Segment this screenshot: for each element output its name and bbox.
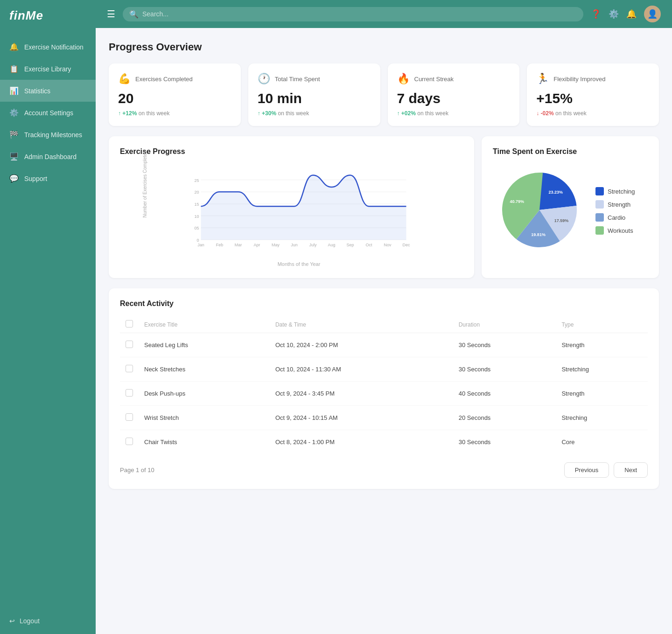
sidebar-nav: 🔔 Exercise Notification📋 Exercise Librar… bbox=[0, 31, 96, 608]
stat-change-text-total-time-spent: on this week bbox=[278, 110, 309, 117]
stat-change-total-time-spent: ↑ +30% on this week bbox=[258, 110, 371, 117]
row-checkbox-2[interactable] bbox=[126, 389, 133, 397]
row-checkbox-4[interactable] bbox=[126, 438, 133, 445]
row-checkbox-3[interactable] bbox=[126, 413, 133, 421]
table-row: Chair Twists Oct 8, 2024 - 1:00 PM 30 Se… bbox=[120, 430, 648, 454]
pie-wrap: 23.23%17.59%19.81%40.79% bbox=[493, 163, 586, 258]
row-datetime-4: Oct 8, 2024 - 1:00 PM bbox=[270, 430, 453, 454]
nav-icon-support: 💬 bbox=[9, 174, 19, 183]
svg-text:17.59%: 17.59% bbox=[554, 218, 569, 223]
sidebar-item-admin-dashboard[interactable]: 🖥️ Admin Dashboard bbox=[0, 146, 96, 167]
stat-icon-current-streak: 🔥 bbox=[397, 73, 410, 85]
sidebar-item-statistics[interactable]: 📊 Statistics bbox=[0, 80, 96, 102]
line-chart-title: Exercise Progress bbox=[120, 147, 463, 156]
search-bar[interactable]: 🔍 bbox=[123, 7, 583, 21]
row-datetime-0: Oct 10, 2024 - 2:00 PM bbox=[270, 333, 453, 357]
logout-button[interactable]: ↩ Logout bbox=[9, 617, 86, 625]
stat-value-flexibility-improved: +15% bbox=[536, 91, 650, 106]
svg-text:Mar: Mar bbox=[235, 243, 242, 247]
nav-icon-admin-dashboard: 🖥️ bbox=[9, 152, 19, 161]
svg-text:23.23%: 23.23% bbox=[548, 190, 563, 195]
row-datetime-1: Oct 10, 2024 - 11:30 AM bbox=[270, 357, 453, 382]
row-type-4: Core bbox=[556, 430, 648, 454]
stat-change-pct-total-time-spent: ↑ +30% bbox=[258, 110, 276, 117]
search-input[interactable] bbox=[142, 10, 236, 18]
pie-section: 23.23%17.59%19.81%40.79% Stretching Stre… bbox=[493, 163, 648, 258]
legend-label: Cardio bbox=[608, 214, 625, 221]
table-footer: Page 1 of 10 Previous Next bbox=[120, 462, 648, 478]
stat-change-text-exercises-completed: on this week bbox=[139, 110, 170, 117]
legend-label: Stretching bbox=[608, 188, 635, 195]
nav-label-support: Support bbox=[24, 175, 47, 182]
row-type-3: Streching bbox=[556, 406, 648, 430]
stat-label-flexibility-improved: Flexibility Improved bbox=[553, 76, 605, 83]
next-button[interactable]: Next bbox=[614, 462, 648, 478]
menu-icon[interactable]: ☰ bbox=[107, 8, 115, 20]
page-info: Page 1 of 10 bbox=[120, 467, 154, 474]
select-all-checkbox[interactable] bbox=[126, 320, 133, 327]
stat-cards: 💪 Exercises Completed 20 ↑ +12% on this … bbox=[109, 63, 659, 126]
legend-label: Strength bbox=[608, 201, 630, 208]
svg-text:10: 10 bbox=[194, 214, 199, 219]
row-title-4: Chair Twists bbox=[139, 430, 270, 454]
col-datetime: Date & Time bbox=[270, 316, 453, 333]
sidebar-item-support[interactable]: 💬 Support bbox=[0, 167, 96, 189]
sidebar-item-tracking-milestones[interactable]: 🏁 Tracking Milestones bbox=[0, 124, 96, 146]
legend-color bbox=[595, 200, 604, 209]
row-checkbox-1[interactable] bbox=[126, 365, 133, 372]
line-chart-card: Exercise Progress Number of Exercises Co… bbox=[109, 136, 474, 278]
stat-label-total-time-spent: Total Time Spent bbox=[275, 76, 320, 83]
previous-button[interactable]: Previous bbox=[564, 462, 609, 478]
row-title-2: Desk Push-ups bbox=[139, 382, 270, 406]
settings-icon[interactable]: ⚙️ bbox=[609, 9, 619, 19]
stat-label-current-streak: Current Streak bbox=[414, 76, 454, 83]
nav-label-statistics: Statistics bbox=[24, 87, 50, 95]
row-duration-3: 20 Seconds bbox=[453, 406, 556, 430]
content-area: Progress Overview 💪 Exercises Completed … bbox=[96, 28, 672, 634]
pie-chart-svg: 23.23%17.59%19.81%40.79% bbox=[493, 163, 586, 257]
sidebar-item-exercise-notification[interactable]: 🔔 Exercise Notification bbox=[0, 36, 96, 58]
row-datetime-3: Oct 9, 2024 - 10:15 AM bbox=[270, 406, 453, 430]
stat-icon-flexibility-improved: 🏃 bbox=[536, 73, 549, 85]
logo: finMe bbox=[0, 0, 96, 31]
avatar[interactable]: 👤 bbox=[644, 6, 661, 22]
row-title-3: Wrist Stretch bbox=[139, 406, 270, 430]
sidebar-item-exercise-library[interactable]: 📋 Exercise Library bbox=[0, 58, 96, 80]
legend-color bbox=[595, 187, 604, 195]
legend-color bbox=[595, 213, 604, 222]
nav-icon-tracking-milestones: 🏁 bbox=[9, 130, 19, 139]
pie-chart-title: Time Spent on Exercise bbox=[493, 147, 648, 156]
col-type: Type bbox=[556, 316, 648, 333]
stat-change-pct-exercises-completed: ↑ +12% bbox=[118, 110, 137, 117]
help-icon[interactable]: ❓ bbox=[591, 9, 601, 19]
row-datetime-2: Oct 9, 2024 - 3:45 PM bbox=[270, 382, 453, 406]
pie-legend-item-stretching: Stretching bbox=[595, 187, 635, 195]
stat-card-total-time-spent: 🕐 Total Time Spent 10 min ↑ +30% on this… bbox=[248, 63, 380, 126]
row-duration-4: 30 Seconds bbox=[453, 430, 556, 454]
nav-icon-exercise-notification: 🔔 bbox=[9, 42, 19, 51]
svg-text:July: July bbox=[309, 243, 317, 247]
nav-label-admin-dashboard: Admin Dashboard bbox=[24, 153, 77, 160]
notifications-icon[interactable]: 🔔 bbox=[626, 9, 637, 19]
charts-row: Exercise Progress Number of Exercises Co… bbox=[109, 136, 659, 278]
header: ☰ 🔍 ❓ ⚙️ 🔔 👤 bbox=[96, 0, 672, 28]
activity-title: Recent Activity bbox=[120, 300, 648, 308]
pie-chart-card: Time Spent on Exercise 23.23%17.59%19.81… bbox=[482, 136, 659, 278]
pagination-buttons: Previous Next bbox=[564, 462, 648, 478]
row-checkbox-0[interactable] bbox=[126, 341, 133, 348]
recent-activity-card: Recent Activity Exercise Title Date & Ti… bbox=[109, 288, 659, 489]
stat-change-pct-current-streak: ↑ +02% bbox=[397, 110, 416, 117]
activity-table: Exercise Title Date & Time Duration Type… bbox=[120, 316, 648, 454]
legend-label: Workouts bbox=[608, 227, 633, 234]
nav-label-exercise-library: Exercise Library bbox=[24, 65, 71, 73]
search-icon: 🔍 bbox=[129, 10, 139, 19]
sidebar-item-account-settings[interactable]: ⚙️ Account Settings bbox=[0, 102, 96, 124]
svg-text:May: May bbox=[272, 243, 280, 247]
nav-label-tracking-milestones: Tracking Milestones bbox=[24, 131, 82, 139]
stat-card-flexibility-improved: 🏃 Flexibility Improved +15% ↓ -02% on th… bbox=[527, 63, 659, 126]
legend-color bbox=[595, 226, 604, 235]
col-duration: Duration bbox=[453, 316, 556, 333]
nav-icon-statistics: 📊 bbox=[9, 86, 19, 95]
table-row: Desk Push-ups Oct 9, 2024 - 3:45 PM 40 S… bbox=[120, 382, 648, 406]
svg-text:Jan: Jan bbox=[197, 243, 204, 247]
